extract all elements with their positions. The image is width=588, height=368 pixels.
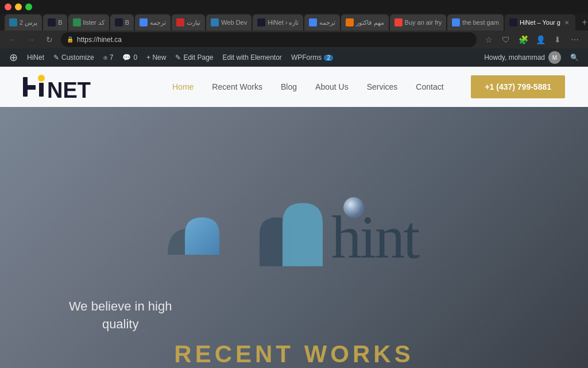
wp-edit-page[interactable]: ✎ Edit Page <box>171 48 218 67</box>
user-avatar: M <box>548 51 561 64</box>
window-maximize-dot[interactable] <box>25 3 32 10</box>
howdy-text: Howdy, mohammad <box>484 53 545 62</box>
tab-favicon <box>211 18 219 26</box>
url-text: https://hinet.ca <box>77 36 122 44</box>
wp-site-name[interactable]: HiNet <box>22 48 49 67</box>
edit-page-label: Edit Page <box>183 53 213 62</box>
browser-tab[interactable]: تیارت <box>172 14 205 30</box>
window-close-dot[interactable] <box>5 3 11 10</box>
tagline-line1: We believe in high <box>69 299 172 313</box>
window-minimize-dot[interactable] <box>15 3 22 10</box>
browser-tab[interactable]: ترجمه <box>135 14 171 30</box>
forward-button[interactable]: → <box>24 33 38 47</box>
browser-tab[interactable]: پرس 2 <box>5 14 42 30</box>
cta-phone-button[interactable]: +1 (437) 799-5881 <box>471 75 565 98</box>
wp-site-label: HiNet <box>27 53 44 62</box>
svg-point-6 <box>343 197 364 218</box>
nav-blog[interactable]: Blog <box>281 82 297 91</box>
profile-button[interactable]: 👤 <box>533 32 548 47</box>
extensions-button[interactable]: 🧩 <box>516 32 531 47</box>
tab-label: مهم فاکتور <box>356 19 384 26</box>
site-nav: Home Recent Works Blog About Us Services… <box>172 75 565 98</box>
browser-tab[interactable]: lister کد <box>68 14 109 30</box>
tab-favicon <box>9 18 17 26</box>
os-menubar <box>0 0 588 14</box>
browser-tab[interactable]: B <box>110 14 134 30</box>
tab-label: تیارت <box>187 19 200 26</box>
tab-label: ترجمه <box>150 19 166 26</box>
tab-favicon <box>509 18 517 26</box>
website-content: NET Home Recent Works Blog About Us Serv… <box>0 67 588 368</box>
wp-edit-elementor[interactable]: Edit with Elementor <box>218 48 286 67</box>
tagline-line2: quality <box>102 317 139 331</box>
tab-label: HiNet – Your g <box>520 19 560 26</box>
new-tab-button[interactable]: + <box>577 14 588 30</box>
comment-mod-icon: 💬 <box>122 53 131 62</box>
bookmark-button[interactable]: ☆ <box>481 32 496 47</box>
reload-button[interactable]: ↻ <box>42 33 56 47</box>
hero-section: hint We believe in high quality <box>0 107 588 368</box>
svg-rect-1 <box>23 85 36 90</box>
address-bar[interactable]: 🔒 https://hinet.ca <box>61 32 477 47</box>
wp-search[interactable]: 🔍 <box>566 48 583 67</box>
tab-label: ترجمه <box>319 19 335 26</box>
svg-text:hint: hint <box>331 204 420 271</box>
tab-close-button[interactable]: ✕ <box>563 18 571 26</box>
wp-comments-count[interactable]: ⍟ 7 <box>99 48 118 67</box>
hint-icon-svg <box>156 191 237 272</box>
shield-icon: 🛡 <box>498 32 513 47</box>
nav-contact[interactable]: Contact <box>416 82 443 91</box>
tab-favicon <box>257 18 265 26</box>
nav-services[interactable]: Services <box>367 82 398 91</box>
recent-works-heading: RECENT WORKS <box>174 340 413 368</box>
tab-label: پرس 2 <box>20 19 37 26</box>
tab-favicon <box>115 18 123 26</box>
nav-recent-works[interactable]: Recent Works <box>212 82 262 91</box>
tab-label: B <box>125 19 129 26</box>
nav-about-us[interactable]: About Us <box>315 82 349 91</box>
browser-tab[interactable]: ترجمه <box>304 14 340 30</box>
nav-home[interactable]: Home <box>172 82 194 91</box>
browser-tab[interactable]: مهم فاکتور <box>341 14 388 30</box>
hero-tagline: We believe in high quality <box>69 298 172 334</box>
tab-favicon <box>140 18 148 26</box>
wp-logo-item[interactable]: ⊕ <box>5 48 22 67</box>
svg-text:NET: NET <box>47 78 91 101</box>
site-logo[interactable]: NET <box>23 72 138 101</box>
wp-logo-icon: ⊕ <box>9 51 18 64</box>
download-button[interactable]: ⬇ <box>550 32 565 47</box>
browser-tab[interactable]: the best gam <box>447 14 504 30</box>
wpforms-label: WPForms <box>291 53 322 62</box>
site-header: NET Home Recent Works Blog About Us Serv… <box>0 67 588 107</box>
browser-tab[interactable]: HiNet › تازه <box>253 14 303 30</box>
svg-rect-3 <box>39 83 44 97</box>
browser-tab[interactable]: Web Dev <box>206 14 252 30</box>
wp-customize[interactable]: ✎ Customize <box>49 48 99 67</box>
elementor-label: Edit with Elementor <box>222 53 281 62</box>
back-button[interactable]: ← <box>6 33 20 47</box>
logo-svg: NET <box>23 72 138 101</box>
browser-tab-active[interactable]: HiNet – Your g ✕ <box>505 14 575 30</box>
comments-badge: 7 <box>110 53 114 62</box>
browser-nav-actions: ☆ 🛡 🧩 👤 ⬇ ⋯ <box>481 32 582 47</box>
tab-favicon <box>346 18 354 26</box>
wp-comment-moderation[interactable]: 💬 0 <box>118 48 142 67</box>
tab-bar: پرس 2 B lister کد B ترجمه تیارت Web Dev <box>0 14 588 30</box>
browser-tab[interactable]: B <box>43 14 67 30</box>
browser-nav-bar: ← → ↻ 🔒 https://hinet.ca ☆ 🛡 🧩 👤 ⬇ ⋯ <box>0 30 588 48</box>
hint-brand-svg: hint <box>260 191 432 272</box>
wp-wpforms[interactable]: WPForms 2 <box>287 48 338 67</box>
wp-new-content[interactable]: + New <box>142 48 171 67</box>
tab-label: Buy an air fry <box>405 19 442 26</box>
edit-page-icon: ✎ <box>175 53 181 62</box>
menu-button[interactable]: ⋯ <box>567 32 582 47</box>
ssl-lock-icon: 🔒 <box>67 36 74 43</box>
customize-icon: ✎ <box>53 53 59 62</box>
browser-tab[interactable]: Buy an air fry <box>390 14 447 30</box>
tab-label: Web Dev <box>221 19 247 26</box>
tab-favicon <box>394 18 403 26</box>
tab-favicon <box>73 18 81 26</box>
browser-chrome: پرس 2 B lister کد B ترجمه تیارت Web Dev <box>0 14 588 48</box>
tab-label: B <box>58 19 62 26</box>
customize-label: Customize <box>61 53 94 62</box>
